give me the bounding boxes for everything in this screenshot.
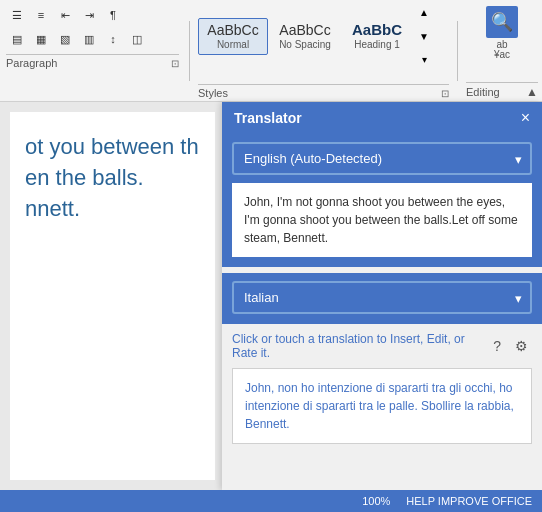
ribbon-paragraph-section: ☰ ≡ ⇤ ⇥ ¶ ▤ bbox=[0, 0, 185, 101]
align-center-button[interactable]: ▦ bbox=[30, 28, 52, 50]
translation-text: John, non ho intenzione di spararti tra … bbox=[245, 381, 514, 431]
style-nospacing-label: No Spacing bbox=[279, 39, 331, 50]
translator-help-row: Click or touch a translation to Insert, … bbox=[222, 324, 542, 368]
style-nospacing-preview: AaBbCc bbox=[279, 23, 330, 37]
style-item-normal[interactable]: AaBbCc Normal bbox=[198, 18, 268, 55]
translator-title: Translator bbox=[234, 110, 302, 126]
paragraph-row-1: ☰ ≡ ⇤ ⇥ ¶ bbox=[6, 4, 179, 26]
styles-scroll-down-icon: ▼ bbox=[419, 31, 429, 42]
style-item-heading1[interactable]: AaBbC Heading 1 bbox=[342, 17, 412, 55]
editing-content: 🔍 ab¥ac bbox=[486, 4, 518, 60]
style-normal-label: Normal bbox=[217, 39, 249, 50]
document-page[interactable]: ot you between th en the balls. nnett. bbox=[10, 112, 215, 480]
styles-row: AaBbCc Normal AaBbCc No Spacing AaBbC He… bbox=[198, 4, 449, 68]
translator-header: Translator × bbox=[222, 102, 542, 134]
search-icon: 🔍 bbox=[491, 11, 513, 33]
paragraph-section-label: Paragraph bbox=[6, 57, 57, 69]
status-bar: 100% HELP IMPROVE OFFICE bbox=[0, 490, 542, 512]
increase-indent-button[interactable]: ⇥ bbox=[78, 4, 100, 26]
style-item-nospacing[interactable]: AaBbCc No Spacing bbox=[270, 18, 340, 55]
target-lang-wrapper: Italian bbox=[232, 281, 532, 314]
paragraph-row-2: ▤ ▦ ▧ ▥ ↕ ◫ bbox=[6, 28, 179, 50]
ribbon-editing-section: 🔍 ab¥ac Editing ▲ bbox=[462, 0, 542, 101]
translator-target-section: Italian bbox=[222, 273, 542, 324]
justify-icon: ▥ bbox=[84, 33, 94, 46]
document-area: ot you between th en the balls. nnett. T… bbox=[0, 102, 542, 490]
source-lang-wrapper: English (Auto-Detected) bbox=[232, 142, 532, 175]
align-left-icon: ▤ bbox=[12, 33, 22, 46]
decrease-indent-icon: ⇤ bbox=[61, 9, 70, 22]
source-text: John, I'm not gonna shoot you between th… bbox=[244, 195, 518, 245]
ab-ac-text: ab¥ac bbox=[494, 40, 510, 60]
improve-office-link[interactable]: HELP IMPROVE OFFICE bbox=[406, 495, 532, 507]
style-heading1-preview: AaBbC bbox=[352, 22, 402, 37]
source-language-select[interactable]: English (Auto-Detected) bbox=[232, 142, 532, 175]
translator-question-button[interactable]: ? bbox=[489, 336, 505, 356]
styles-more-icon: ▾ bbox=[422, 54, 427, 65]
translator-body: English (Auto-Detected) John, I'm not go… bbox=[222, 134, 542, 490]
bullets-button[interactable]: ☰ bbox=[6, 4, 28, 26]
search-icon-box[interactable]: 🔍 bbox=[486, 6, 518, 38]
doc-text-line3: nnett. bbox=[25, 196, 80, 221]
numbering-button[interactable]: ≡ bbox=[30, 4, 52, 26]
numbering-icon: ≡ bbox=[38, 9, 44, 21]
justify-button[interactable]: ▥ bbox=[78, 28, 100, 50]
paragraph-buttons: ☰ ≡ ⇤ ⇥ ¶ ▤ bbox=[6, 4, 179, 50]
translator-source-section: English (Auto-Detected) John, I'm not go… bbox=[222, 134, 542, 267]
styles-section-label: Styles bbox=[198, 87, 228, 99]
align-center-icon: ▦ bbox=[36, 33, 46, 46]
doc-text-line1: ot you between th bbox=[25, 134, 199, 159]
styles-section-bottom: Styles ⊡ bbox=[198, 84, 449, 99]
show-formatting-icon: ¶ bbox=[110, 9, 116, 21]
line-spacing-button[interactable]: ↕ bbox=[102, 28, 124, 50]
align-right-button[interactable]: ▧ bbox=[54, 28, 76, 50]
translation-result-box[interactable]: John, non ho intenzione di spararti tra … bbox=[232, 368, 532, 444]
bullets-icon: ☰ bbox=[12, 9, 22, 22]
styles-scroll-up-icon: ▲ bbox=[419, 7, 429, 18]
ribbon-collapse-button[interactable]: ▲ bbox=[526, 85, 538, 99]
target-language-select[interactable]: Italian bbox=[232, 281, 532, 314]
line-spacing-icon: ↕ bbox=[110, 33, 116, 45]
align-right-icon: ▧ bbox=[60, 33, 70, 46]
translator-settings-button[interactable]: ⚙ bbox=[511, 336, 532, 356]
source-text-box: John, I'm not gonna shoot you between th… bbox=[232, 183, 532, 257]
decrease-indent-button[interactable]: ⇤ bbox=[54, 4, 76, 26]
show-formatting-button[interactable]: ¶ bbox=[102, 4, 124, 26]
doc-text-line2: en the balls. bbox=[25, 165, 144, 190]
zoom-level: 100% bbox=[362, 495, 390, 507]
translator-close-button[interactable]: × bbox=[521, 110, 530, 126]
translator-help-text: Click or touch a translation to Insert, … bbox=[232, 332, 483, 360]
ribbon-divider-2 bbox=[457, 21, 458, 81]
editing-section-bottom: Editing ▲ bbox=[466, 82, 538, 99]
increase-indent-icon: ⇥ bbox=[85, 9, 94, 22]
shading-icon: ◫ bbox=[132, 33, 142, 46]
paragraph-expand-icon[interactable]: ⊡ bbox=[171, 58, 179, 69]
ribbon-divider-1 bbox=[189, 21, 190, 81]
shading-button[interactable]: ◫ bbox=[126, 28, 148, 50]
ribbon-styles-section: AaBbCc Normal AaBbCc No Spacing AaBbC He… bbox=[194, 0, 453, 101]
ribbon: ☰ ≡ ⇤ ⇥ ¶ ▤ bbox=[0, 0, 542, 102]
style-normal-preview: AaBbCc bbox=[207, 23, 258, 37]
editing-section-label: Editing bbox=[466, 86, 500, 98]
translator-panel: Translator × English (Auto-Detected) Joh… bbox=[222, 102, 542, 490]
styles-expand-icon[interactable]: ⊡ bbox=[441, 88, 449, 99]
style-heading1-label: Heading 1 bbox=[354, 39, 400, 50]
styles-dropdown-button[interactable]: ▲ ▼ ▾ bbox=[414, 4, 434, 68]
align-left-button[interactable]: ▤ bbox=[6, 28, 28, 50]
